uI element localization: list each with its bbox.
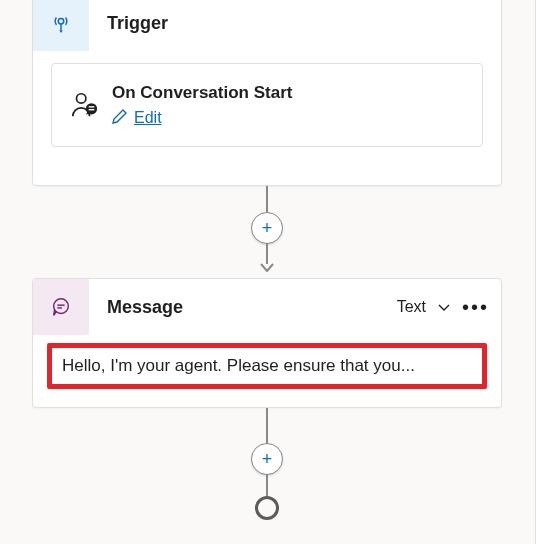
message-body-text[interactable]: Hello, I'm your agent. Please ensure tha… <box>47 343 487 389</box>
trigger-node-header: Trigger <box>33 0 501 51</box>
broadcast-icon <box>33 0 89 51</box>
trigger-title: Trigger <box>107 13 168 34</box>
message-title: Message <box>107 297 183 318</box>
add-node-button[interactable]: + <box>251 443 283 475</box>
pencil-icon <box>112 108 128 128</box>
message-node[interactable]: Message Text ••• Hello, I'm your agent. … <box>32 278 502 408</box>
person-speech-icon <box>66 90 102 120</box>
trigger-event-card[interactable]: On Conversation Start Edit <box>51 63 483 147</box>
edit-link[interactable]: Edit <box>134 109 162 127</box>
more-icon: ••• <box>462 296 489 318</box>
more-menu-button[interactable]: ••• <box>462 297 489 317</box>
chevron-down-icon <box>436 299 452 315</box>
message-type-dropdown[interactable] <box>436 299 452 315</box>
arrow-down-icon <box>258 252 276 276</box>
message-body-container: Hello, I'm your agent. Please ensure tha… <box>47 343 487 389</box>
message-node-header: Message Text ••• <box>33 279 501 335</box>
speech-bubble-icon <box>33 279 89 335</box>
connector-line <box>266 408 268 444</box>
svg-point-2 <box>77 94 86 103</box>
add-icon: + <box>262 450 273 468</box>
connector-line <box>266 474 268 496</box>
add-node-button[interactable]: + <box>251 212 283 244</box>
trigger-event-title: On Conversation Start <box>112 82 292 104</box>
message-type-label: Text <box>397 298 426 316</box>
connector-line <box>266 186 268 213</box>
trigger-event-text: On Conversation Start Edit <box>112 82 292 128</box>
svg-point-0 <box>58 18 64 24</box>
trigger-node[interactable]: Trigger On Conversation Start <box>32 0 502 186</box>
add-icon: + <box>262 219 273 237</box>
edit-row: Edit <box>112 108 292 128</box>
flow-end-node[interactable] <box>255 496 279 520</box>
flow-canvas: Trigger On Conversation Start <box>0 0 536 544</box>
